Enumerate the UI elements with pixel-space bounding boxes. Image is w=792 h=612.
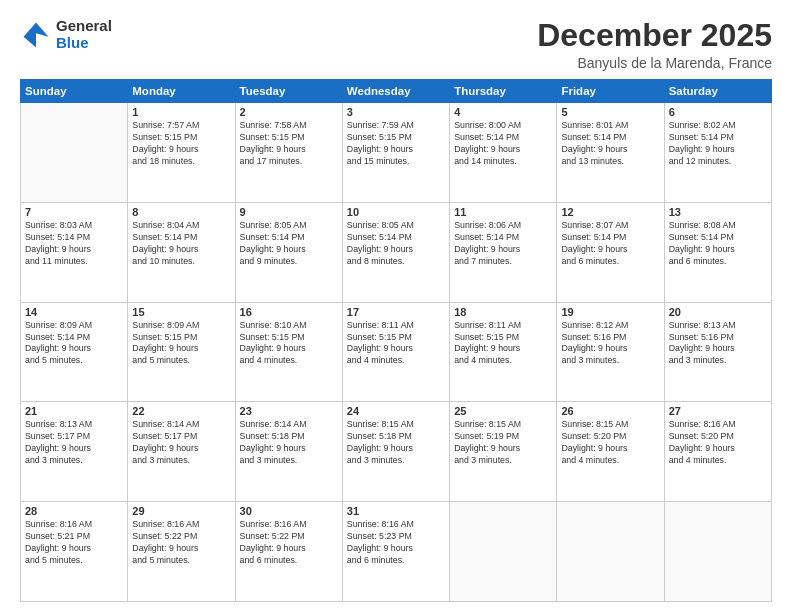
day-info: Sunrise: 8:08 AMSunset: 5:14 PMDaylight:… xyxy=(669,220,767,268)
sunset-text: Sunset: 5:15 PM xyxy=(347,132,445,144)
day-cell: 21Sunrise: 8:13 AMSunset: 5:17 PMDayligh… xyxy=(21,402,128,502)
day-cell: 28Sunrise: 8:16 AMSunset: 5:21 PMDayligh… xyxy=(21,502,128,602)
sunset-text: Sunset: 5:15 PM xyxy=(240,132,338,144)
sunset-text: Sunset: 5:23 PM xyxy=(347,531,445,543)
title-block: December 2025 Banyuls de la Marenda, Fra… xyxy=(537,18,772,71)
daylight-text-1: Daylight: 9 hours xyxy=(669,244,767,256)
sunrise-text: Sunrise: 7:59 AM xyxy=(347,120,445,132)
sunrise-text: Sunrise: 8:15 AM xyxy=(561,419,659,431)
sunset-text: Sunset: 5:14 PM xyxy=(25,332,123,344)
daylight-text-1: Daylight: 9 hours xyxy=(347,543,445,555)
sunrise-text: Sunrise: 8:16 AM xyxy=(347,519,445,531)
day-cell: 15Sunrise: 8:09 AMSunset: 5:15 PMDayligh… xyxy=(128,302,235,402)
day-number: 5 xyxy=(561,106,659,118)
sunset-text: Sunset: 5:14 PM xyxy=(561,232,659,244)
daylight-text-1: Daylight: 9 hours xyxy=(347,343,445,355)
day-number: 14 xyxy=(25,306,123,318)
daylight-text-1: Daylight: 9 hours xyxy=(347,244,445,256)
daylight-text-1: Daylight: 9 hours xyxy=(454,244,552,256)
week-row-2: 7Sunrise: 8:03 AMSunset: 5:14 PMDaylight… xyxy=(21,202,772,302)
daylight-text-1: Daylight: 9 hours xyxy=(132,144,230,156)
day-cell: 1Sunrise: 7:57 AMSunset: 5:15 PMDaylight… xyxy=(128,103,235,203)
daylight-text-2: and 6 minutes. xyxy=(561,256,659,268)
sunrise-text: Sunrise: 8:08 AM xyxy=(669,220,767,232)
day-info: Sunrise: 8:13 AMSunset: 5:16 PMDaylight:… xyxy=(669,320,767,368)
sunset-text: Sunset: 5:14 PM xyxy=(561,132,659,144)
sunrise-text: Sunrise: 8:06 AM xyxy=(454,220,552,232)
sunrise-text: Sunrise: 8:13 AM xyxy=(25,419,123,431)
svg-marker-0 xyxy=(24,22,49,47)
day-info: Sunrise: 8:15 AMSunset: 5:20 PMDaylight:… xyxy=(561,419,659,467)
sunrise-text: Sunrise: 8:16 AM xyxy=(25,519,123,531)
day-info: Sunrise: 8:10 AMSunset: 5:15 PMDaylight:… xyxy=(240,320,338,368)
daylight-text-2: and 4 minutes. xyxy=(561,455,659,467)
sunset-text: Sunset: 5:19 PM xyxy=(454,431,552,443)
day-number: 17 xyxy=(347,306,445,318)
daylight-text-2: and 4 minutes. xyxy=(347,355,445,367)
sunrise-text: Sunrise: 8:16 AM xyxy=(669,419,767,431)
day-number: 27 xyxy=(669,405,767,417)
day-cell: 2Sunrise: 7:58 AMSunset: 5:15 PMDaylight… xyxy=(235,103,342,203)
daylight-text-2: and 3 minutes. xyxy=(454,455,552,467)
day-number: 13 xyxy=(669,206,767,218)
logo-icon xyxy=(20,19,52,51)
day-cell: 6Sunrise: 8:02 AMSunset: 5:14 PMDaylight… xyxy=(664,103,771,203)
logo-blue: Blue xyxy=(56,35,112,52)
day-info: Sunrise: 8:13 AMSunset: 5:17 PMDaylight:… xyxy=(25,419,123,467)
day-number: 23 xyxy=(240,405,338,417)
calendar-header: SundayMondayTuesdayWednesdayThursdayFrid… xyxy=(21,80,772,103)
day-number: 10 xyxy=(347,206,445,218)
sunset-text: Sunset: 5:15 PM xyxy=(454,332,552,344)
logo-general: General xyxy=(56,18,112,35)
day-number: 31 xyxy=(347,505,445,517)
day-info: Sunrise: 8:16 AMSunset: 5:23 PMDaylight:… xyxy=(347,519,445,567)
day-cell: 9Sunrise: 8:05 AMSunset: 5:14 PMDaylight… xyxy=(235,202,342,302)
daylight-text-2: and 18 minutes. xyxy=(132,156,230,168)
day-cell: 20Sunrise: 8:13 AMSunset: 5:16 PMDayligh… xyxy=(664,302,771,402)
sunset-text: Sunset: 5:14 PM xyxy=(669,232,767,244)
day-info: Sunrise: 8:15 AMSunset: 5:18 PMDaylight:… xyxy=(347,419,445,467)
sunrise-text: Sunrise: 8:05 AM xyxy=(240,220,338,232)
sunrise-text: Sunrise: 7:57 AM xyxy=(132,120,230,132)
sunset-text: Sunset: 5:15 PM xyxy=(347,332,445,344)
day-info: Sunrise: 7:58 AMSunset: 5:15 PMDaylight:… xyxy=(240,120,338,168)
week-row-4: 21Sunrise: 8:13 AMSunset: 5:17 PMDayligh… xyxy=(21,402,772,502)
day-cell: 14Sunrise: 8:09 AMSunset: 5:14 PMDayligh… xyxy=(21,302,128,402)
sunset-text: Sunset: 5:18 PM xyxy=(347,431,445,443)
sunrise-text: Sunrise: 8:13 AM xyxy=(669,320,767,332)
sunrise-text: Sunrise: 8:11 AM xyxy=(347,320,445,332)
day-number: 15 xyxy=(132,306,230,318)
daylight-text-2: and 11 minutes. xyxy=(25,256,123,268)
day-info: Sunrise: 8:05 AMSunset: 5:14 PMDaylight:… xyxy=(240,220,338,268)
daylight-text-2: and 3 minutes. xyxy=(132,455,230,467)
day-cell: 27Sunrise: 8:16 AMSunset: 5:20 PMDayligh… xyxy=(664,402,771,502)
daylight-text-2: and 5 minutes. xyxy=(25,555,123,567)
daylight-text-2: and 3 minutes. xyxy=(240,455,338,467)
day-info: Sunrise: 7:57 AMSunset: 5:15 PMDaylight:… xyxy=(132,120,230,168)
day-cell: 18Sunrise: 8:11 AMSunset: 5:15 PMDayligh… xyxy=(450,302,557,402)
daylight-text-2: and 4 minutes. xyxy=(669,455,767,467)
day-info: Sunrise: 8:11 AMSunset: 5:15 PMDaylight:… xyxy=(347,320,445,368)
day-number: 4 xyxy=(454,106,552,118)
day-cell: 7Sunrise: 8:03 AMSunset: 5:14 PMDaylight… xyxy=(21,202,128,302)
day-cell: 22Sunrise: 8:14 AMSunset: 5:17 PMDayligh… xyxy=(128,402,235,502)
day-cell: 29Sunrise: 8:16 AMSunset: 5:22 PMDayligh… xyxy=(128,502,235,602)
daylight-text-1: Daylight: 9 hours xyxy=(669,144,767,156)
day-cell: 23Sunrise: 8:14 AMSunset: 5:18 PMDayligh… xyxy=(235,402,342,502)
sunset-text: Sunset: 5:14 PM xyxy=(240,232,338,244)
day-number: 8 xyxy=(132,206,230,218)
daylight-text-2: and 4 minutes. xyxy=(240,355,338,367)
day-info: Sunrise: 8:16 AMSunset: 5:22 PMDaylight:… xyxy=(240,519,338,567)
day-info: Sunrise: 8:16 AMSunset: 5:20 PMDaylight:… xyxy=(669,419,767,467)
daylight-text-2: and 5 minutes. xyxy=(25,355,123,367)
day-of-week-sunday: Sunday xyxy=(21,80,128,103)
day-info: Sunrise: 8:01 AMSunset: 5:14 PMDaylight:… xyxy=(561,120,659,168)
sunrise-text: Sunrise: 8:02 AM xyxy=(669,120,767,132)
daylight-text-2: and 4 minutes. xyxy=(454,355,552,367)
day-info: Sunrise: 7:59 AMSunset: 5:15 PMDaylight:… xyxy=(347,120,445,168)
sunrise-text: Sunrise: 8:14 AM xyxy=(240,419,338,431)
day-number: 12 xyxy=(561,206,659,218)
week-row-3: 14Sunrise: 8:09 AMSunset: 5:14 PMDayligh… xyxy=(21,302,772,402)
day-info: Sunrise: 8:14 AMSunset: 5:17 PMDaylight:… xyxy=(132,419,230,467)
daylight-text-2: and 5 minutes. xyxy=(132,355,230,367)
